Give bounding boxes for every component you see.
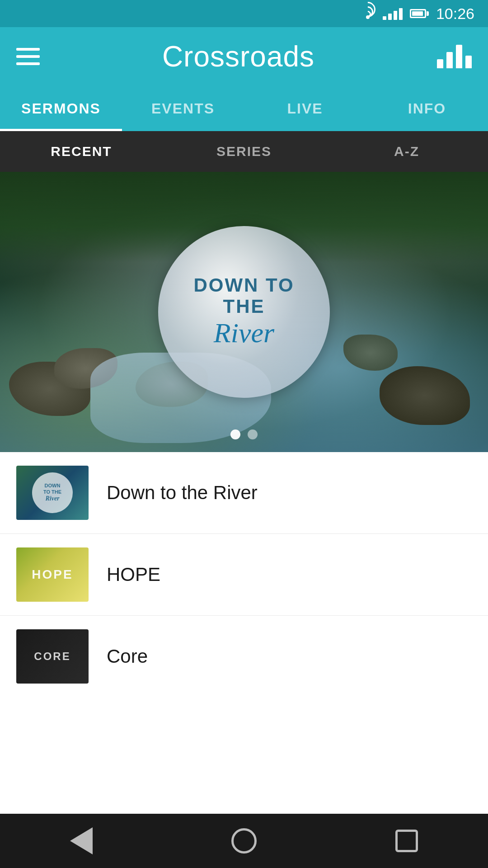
home-icon	[231, 828, 257, 854]
bottom-nav	[0, 814, 488, 868]
back-button[interactable]	[63, 823, 99, 859]
hero-circle: DOWN TO THE River	[158, 226, 330, 398]
sermon-thumbnail-core: CORE	[16, 629, 89, 684]
hero-title-top: DOWN TO THE	[193, 275, 294, 316]
bar-chart-icon[interactable]	[437, 45, 472, 68]
dot-1[interactable]	[230, 429, 240, 439]
hero-title-script: River	[214, 317, 274, 349]
app-title: Crossroads	[162, 40, 314, 73]
sermon-title: Down to the River	[107, 482, 258, 504]
recents-icon	[395, 830, 418, 852]
signal-icon	[383, 7, 403, 20]
app-bar: Crossroads	[0, 27, 488, 86]
home-button[interactable]	[226, 823, 262, 859]
sermon-title: Core	[107, 646, 148, 667]
tab-live[interactable]: LIVE	[244, 86, 366, 131]
sermon-thumbnail-hope: HOPE	[16, 547, 89, 602]
subtab-recent[interactable]: RECENT	[0, 131, 163, 172]
wifi-icon	[360, 8, 375, 19]
status-bar: 10:26	[0, 0, 488, 27]
pagination-dots	[230, 429, 258, 439]
hamburger-icon[interactable]	[16, 48, 40, 65]
list-item[interactable]: HOPE HOPE	[0, 534, 488, 616]
nav-tabs: SERMONS EVENTS LIVE INFO	[0, 86, 488, 131]
subtab-az[interactable]: A-Z	[325, 131, 488, 172]
tab-events[interactable]: EVENTS	[122, 86, 244, 131]
battery-icon	[410, 9, 429, 18]
sermon-thumbnail-river: DOWNTO THERiver	[16, 466, 89, 520]
status-icons: 10:26	[360, 5, 474, 23]
tab-info[interactable]: INFO	[366, 86, 488, 131]
list-item[interactable]: CORE Core	[0, 616, 488, 697]
subtab-series[interactable]: SERIES	[163, 131, 325, 172]
dot-2[interactable]	[248, 429, 258, 439]
status-time: 10:26	[436, 5, 474, 23]
hero-banner[interactable]: DOWN TO THE River	[0, 172, 488, 452]
sermon-title: HOPE	[107, 564, 160, 585]
sermon-list: DOWNTO THERiver Down to the River HOPE H…	[0, 452, 488, 697]
list-item[interactable]: DOWNTO THERiver Down to the River	[0, 452, 488, 534]
back-icon	[70, 827, 93, 854]
recents-button[interactable]	[389, 823, 425, 859]
tab-sermons[interactable]: SERMONS	[0, 86, 122, 131]
sub-tabs: RECENT SERIES A-Z	[0, 131, 488, 172]
